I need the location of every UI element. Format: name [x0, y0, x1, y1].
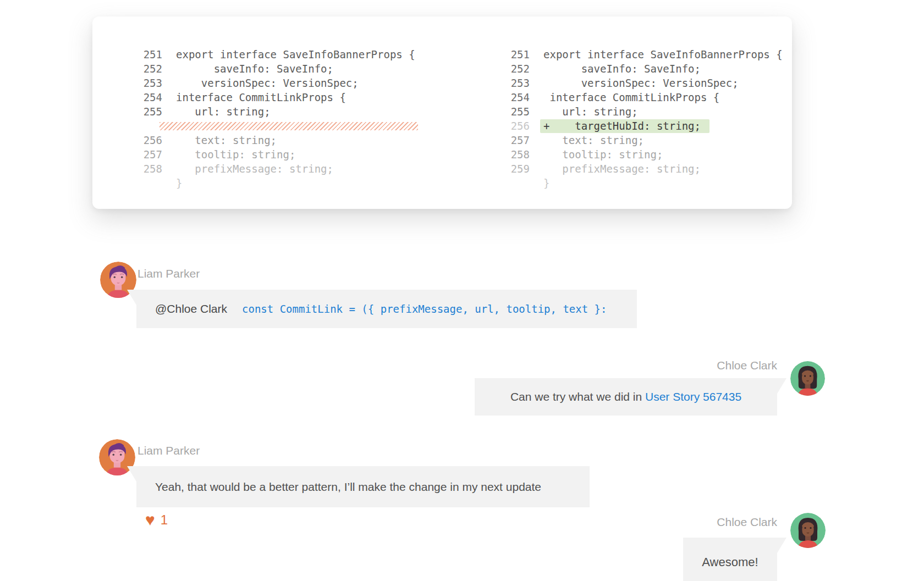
diff-added-line: 256+ targetHubId: string; — [461, 119, 783, 133]
diff-line: 257 text: string; — [461, 133, 783, 147]
line-number: 255 — [94, 106, 162, 118]
diff-line: 251export interface SaveInfoBannerProps … — [461, 47, 783, 62]
line-number: 256 — [461, 120, 530, 132]
diff-panel-modified: 251export interface SaveInfoBannerProps … — [461, 47, 783, 190]
diff-card: 251export interface SaveInfoBannerProps … — [92, 16, 792, 209]
chloe-avatar — [790, 361, 825, 396]
line-number: 253 — [461, 77, 530, 89]
inline-code: const CommitLink = ({ prefixMessage, url… — [242, 303, 607, 315]
diff-line: 255 url: string; — [461, 104, 783, 119]
chat-bubble: Awesome! — [683, 538, 777, 581]
mention-text: @Chloe Clark — [155, 302, 227, 316]
line-code: prefixMessage: string; — [543, 163, 701, 175]
diff-line: 251export interface SaveInfoBannerProps … — [94, 47, 418, 62]
user-story-link[interactable]: User Story 567435 — [645, 390, 741, 403]
author-name: Chloe Clark — [717, 359, 777, 372]
line-number: 257 — [94, 148, 162, 161]
line-number: 258 — [461, 148, 530, 161]
line-number: 254 — [94, 91, 162, 103]
line-number: 257 — [461, 134, 530, 146]
chat-bubble: Can we try what we did in User Story 567… — [475, 378, 777, 416]
line-number: 254 — [461, 91, 530, 103]
line-code: tooltip: string; — [176, 148, 295, 161]
diff-line: 254 interface CommitLinkProps { — [461, 90, 783, 104]
line-code: + targetHubId: string; — [540, 119, 710, 133]
line-number: 252 — [461, 63, 530, 75]
chat-bubble: @Chloe Clark const CommitLink = ({ prefi… — [136, 290, 637, 328]
line-code: export interface SaveInfoBannerProps { — [176, 48, 415, 60]
line-code: url: string; — [176, 106, 271, 118]
bubble-tail — [777, 538, 787, 553]
line-number: 259 — [461, 163, 530, 175]
bubble-tail — [777, 378, 787, 394]
line-code: export interface SaveInfoBannerProps { — [543, 48, 783, 60]
line-code: interface CommitLinkProps { — [176, 91, 346, 103]
line-number: 251 — [461, 48, 530, 60]
chat-bubble: Yeah, that would be a better pattern, I’… — [136, 466, 590, 507]
diff-line: 258 prefixMessage: string; — [94, 162, 418, 176]
code-review-mock: 251export interface SaveInfoBannerProps … — [0, 0, 924, 581]
diff-line: 257 tooltip: string; — [94, 147, 418, 162]
diff-line: 255 url: string; — [94, 104, 418, 119]
chloe-avatar — [790, 513, 826, 548]
line-number: 253 — [94, 77, 162, 89]
diff-line: 254interface CommitLinkProps { — [94, 90, 418, 104]
line-number: 252 — [94, 63, 162, 75]
diff-line: 252 saveInfo: SaveInfo; — [461, 62, 783, 76]
author-name: Liam Parker — [138, 444, 200, 457]
diff-line: } — [461, 176, 783, 190]
author-name: Liam Parker — [138, 267, 200, 280]
heart-reaction[interactable]: ♥ 1 — [145, 512, 168, 528]
diff-line: 258 tooltip: string; — [461, 147, 783, 162]
line-code: prefixMessage: string; — [176, 163, 333, 175]
message-text: Yeah, that would be a better pattern, I’… — [155, 480, 541, 494]
diff-hatch-placeholder — [160, 122, 418, 130]
line-code: saveInfo: SaveInfo; — [543, 63, 701, 75]
line-number: 255 — [461, 106, 530, 118]
line-code: versionSpec: VersionSpec; — [176, 77, 359, 89]
line-code: url: string; — [543, 106, 638, 118]
line-number: 251 — [94, 48, 162, 60]
line-code: tooltip: string; — [543, 148, 663, 161]
line-code: text: string; — [543, 134, 644, 146]
line-number: 258 — [94, 163, 162, 175]
diff-placeholder-row — [94, 119, 418, 133]
diff-line: 259 prefixMessage: string; — [461, 162, 783, 176]
heart-icon: ♥ — [145, 512, 155, 528]
message-text: Can we try what we did in — [510, 390, 645, 403]
line-code: } — [176, 177, 182, 189]
diff-line: } — [94, 176, 418, 190]
line-code: } — [543, 177, 549, 189]
message-text: Awesome! — [702, 555, 758, 569]
line-code: saveInfo: SaveInfo; — [176, 63, 333, 75]
line-code: text: string; — [176, 134, 277, 146]
diff-line: 253 versionSpec: VersionSpec; — [461, 76, 783, 90]
diff-panel-original: 251export interface SaveInfoBannerProps … — [94, 47, 418, 190]
diff-line: 253 versionSpec: VersionSpec; — [94, 76, 418, 90]
line-code: interface CommitLinkProps { — [543, 91, 719, 103]
author-name: Chloe Clark — [717, 516, 777, 529]
line-code: versionSpec: VersionSpec; — [543, 77, 739, 89]
diff-line: 256 text: string; — [94, 133, 418, 147]
reaction-count: 1 — [161, 512, 168, 528]
diff-line: 252 saveInfo: SaveInfo; — [94, 62, 418, 76]
line-number: 256 — [94, 134, 162, 146]
